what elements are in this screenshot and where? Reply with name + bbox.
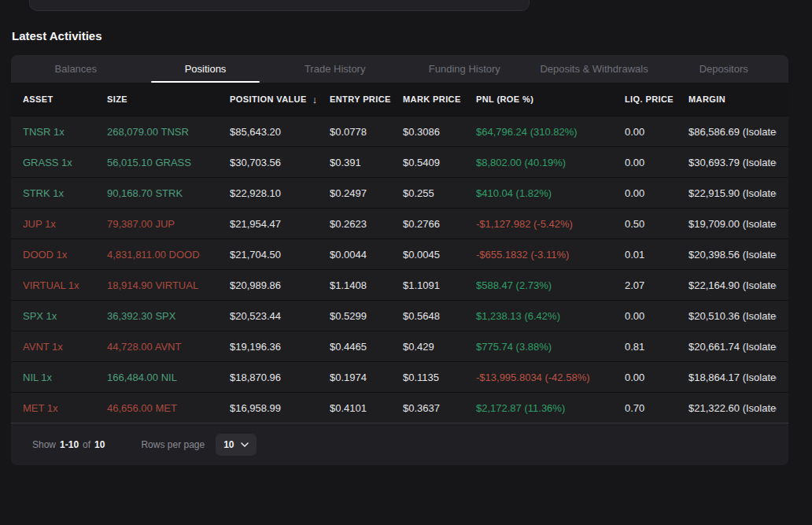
show-label: Show: [32, 439, 56, 450]
pnl-cell: -$13,995.8034 (-42.58%): [476, 372, 625, 383]
liq-price-cell: 0.00: [625, 372, 688, 383]
table-row[interactable]: SPX 1x 36,392.30 SPX $20,523.44 $0.5299 …: [11, 300, 788, 331]
table-row[interactable]: GRASS 1x 56,015.10 GRASS $30,703.56 $0.3…: [11, 146, 788, 177]
margin-cell: $19,709.00 (Isolated): [688, 218, 777, 230]
mark-price-cell: $0.429: [403, 341, 476, 353]
size-cell: 46,656.00 MET: [107, 402, 230, 414]
asset-cell: JUP 1x: [23, 218, 107, 230]
tab-trade-history[interactable]: Trade History: [270, 55, 400, 83]
entry-price-cell: $0.4101: [330, 402, 403, 414]
total-rows: 10: [94, 439, 105, 450]
sort-desc-icon: ↓: [312, 94, 318, 105]
column-header-margin[interactable]: MARGIN: [688, 94, 777, 104]
margin-cell: $30,693.79 (Isolated): [688, 157, 777, 168]
margin-cell: $22,164.90 (Isolated): [688, 279, 777, 291]
asset-cell: NIL 1x: [23, 372, 107, 383]
section-title: Latest Activities: [12, 29, 102, 43]
column-header-asset[interactable]: ASSET: [23, 94, 107, 104]
entry-price-cell: $0.2623: [330, 218, 403, 230]
table-header-row: ASSET SIZE POSITION VALUE ↓ ENTRY PRICE …: [11, 83, 788, 116]
liq-price-cell: 0.00: [625, 157, 688, 168]
table-row[interactable]: DOOD 1x 4,831,811.00 DOOD $21,704.50 $0.…: [11, 238, 788, 269]
position-value-cell: $16,958.99: [230, 402, 330, 414]
tab-positions[interactable]: Positions: [141, 55, 271, 83]
entry-price-cell: $0.1974: [330, 372, 403, 383]
asset-cell: AVNT 1x: [23, 341, 107, 353]
position-value-cell: $30,703.56: [230, 157, 330, 168]
tab-funding-history[interactable]: Funding History: [400, 55, 530, 83]
column-header-size[interactable]: SIZE: [107, 94, 230, 104]
entry-price-cell: $0.5299: [330, 310, 403, 322]
tab-bar: BalancesPositionsTrade HistoryFunding Hi…: [11, 55, 788, 83]
margin-cell: $20,398.56 (Isolated): [688, 249, 777, 261]
position-value-cell: $22,928.10: [230, 187, 330, 199]
size-cell: 166,484.00 NIL: [107, 372, 230, 383]
mark-price-cell: $1.1091: [403, 279, 476, 291]
size-cell: 18,914.90 VIRTUAL: [107, 279, 230, 291]
tab-depositors[interactable]: Depositors: [659, 55, 788, 83]
entry-price-cell: $0.2497: [330, 187, 403, 199]
tab-deposits-withdrawals[interactable]: Deposits & Withdrawals: [530, 55, 659, 83]
size-cell: 36,392.30 SPX: [107, 310, 230, 322]
margin-cell: $20,661.74 (Isolated): [688, 341, 777, 353]
liq-price-cell: 0.81: [625, 341, 688, 353]
mark-price-cell: $0.5648: [403, 310, 476, 322]
margin-cell: $21,322.60 (Isolated): [688, 402, 777, 414]
column-header-mark-price[interactable]: MARK PRICE: [403, 94, 476, 104]
asset-cell: SPX 1x: [23, 310, 107, 322]
pnl-cell: $588.47 (2.73%): [476, 279, 625, 291]
chevron-down-icon: [241, 442, 249, 447]
tab-balances[interactable]: Balances: [11, 55, 141, 83]
entry-price-cell: $1.1408: [330, 279, 403, 291]
column-header-liq-price[interactable]: LIQ. PRICE: [625, 94, 688, 104]
entry-price-cell: $0.4465: [330, 341, 403, 353]
table-body: TNSR 1x 268,079.00 TNSR $85,643.20 $0.07…: [11, 116, 788, 423]
pnl-cell: $64,796.24 (310.82%): [476, 126, 625, 138]
pnl-cell: $775.74 (3.88%): [476, 341, 625, 353]
position-value-cell: $21,954.47: [230, 218, 330, 230]
page-range: 1-10: [60, 439, 79, 450]
pnl-cell: $410.04 (1.82%): [476, 187, 625, 199]
pnl-cell: $8,802.00 (40.19%): [476, 157, 625, 168]
asset-cell: STRK 1x: [23, 187, 107, 199]
mark-price-cell: $0.2766: [403, 218, 476, 230]
liq-price-cell: 0.70: [625, 402, 688, 414]
size-cell: 4,831,811.00 DOOD: [107, 249, 230, 261]
size-cell: 90,168.70 STRK: [107, 187, 230, 199]
column-header-pnl-roe[interactable]: PNL (ROE %): [476, 94, 625, 104]
liq-price-cell: 2.07: [625, 279, 688, 291]
asset-cell: TNSR 1x: [23, 126, 107, 138]
mark-price-cell: $0.255: [403, 187, 476, 199]
asset-cell: VIRTUAL 1x: [23, 279, 107, 291]
table-row[interactable]: JUP 1x 79,387.00 JUP $21,954.47 $0.2623 …: [11, 208, 788, 238]
table-row[interactable]: MET 1x 46,656.00 MET $16,958.99 $0.4101 …: [11, 392, 788, 423]
pagination-summary: Show 1-10 of 10: [32, 439, 105, 450]
pnl-cell: $1,238.13 (6.42%): [476, 310, 625, 322]
mark-price-cell: $0.1135: [403, 372, 476, 383]
liq-price-cell: 0.50: [625, 218, 688, 230]
asset-cell: GRASS 1x: [23, 157, 107, 168]
table-row[interactable]: STRK 1x 90,168.70 STRK $22,928.10 $0.249…: [11, 177, 788, 208]
mark-price-cell: $0.0045: [403, 249, 476, 261]
entry-price-cell: $0.391: [330, 157, 403, 168]
table-row[interactable]: TNSR 1x 268,079.00 TNSR $85,643.20 $0.07…: [11, 116, 788, 146]
top-panel-cutoff: [29, 0, 530, 11]
margin-cell: $20,510.36 (Isolated): [688, 310, 777, 322]
table-row[interactable]: AVNT 1x 44,728.00 AVNT $19,196.36 $0.446…: [11, 331, 788, 361]
margin-cell: $86,586.69 (Isolated): [688, 126, 777, 138]
rows-per-page-value: 10: [223, 439, 234, 450]
table-row[interactable]: VIRTUAL 1x 18,914.90 VIRTUAL $20,989.86 …: [11, 269, 788, 300]
position-value-cell: $85,643.20: [230, 126, 330, 138]
position-value-cell: $21,704.50: [230, 249, 330, 261]
column-header-entry-price[interactable]: ENTRY PRICE: [330, 94, 403, 104]
liq-price-cell: 0.00: [625, 126, 688, 138]
mark-price-cell: $0.5409: [403, 157, 476, 168]
rows-per-page-select[interactable]: 10: [216, 434, 256, 456]
pnl-cell: -$655.1832 (-3.11%): [476, 249, 625, 261]
of-label: of: [83, 439, 90, 450]
column-header-position-value[interactable]: POSITION VALUE ↓: [230, 94, 330, 105]
mark-price-cell: $0.3086: [403, 126, 476, 138]
rows-per-page-label: Rows per page: [141, 439, 205, 450]
table-row[interactable]: NIL 1x 166,484.00 NIL $18,870.96 $0.1974…: [11, 361, 788, 392]
position-value-cell: $19,196.36: [230, 341, 330, 353]
